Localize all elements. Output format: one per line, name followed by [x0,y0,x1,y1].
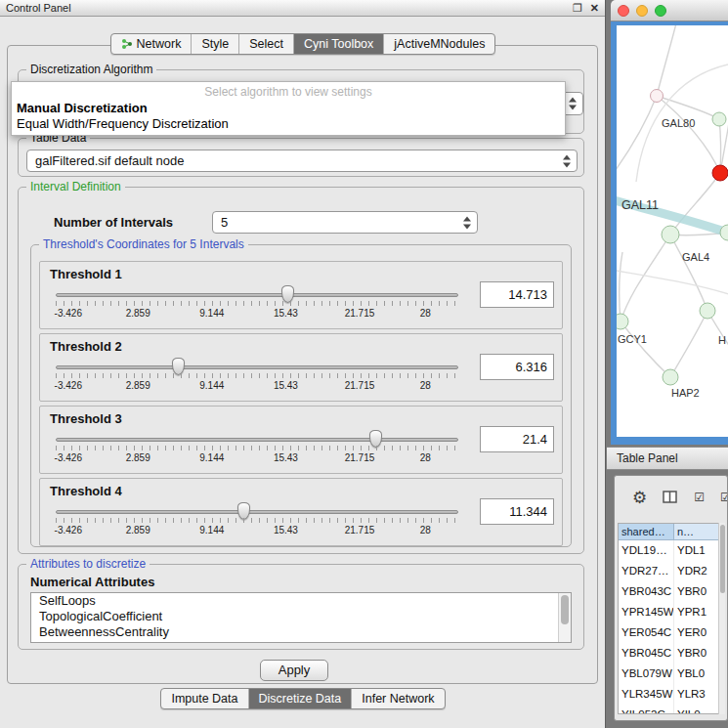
network-node-selected[interactable] [712,165,728,181]
scrollbar-thumb[interactable] [720,525,725,593]
network-node[interactable] [662,226,679,243]
numerical-attributes-list: SelfLoops TopologicalCoefficient Between… [30,592,572,643]
tab-label: Infer Network [362,692,434,706]
table-row[interactable]: YBR043CYBR0 [619,581,718,602]
table-panel-header[interactable]: Table Panel [607,447,728,470]
tab-label: Network [137,37,182,51]
network-node[interactable] [663,369,678,385]
scale-label: 9.144 [199,452,224,463]
table-scrollbar[interactable] [718,523,725,714]
threshold-3-value-field[interactable]: 21.4 [480,426,554,452]
column-selector-icon[interactable] [663,491,678,504]
tab-style[interactable]: Style [192,34,239,54]
node-label: GAL11 [621,198,659,212]
cell: YDL19… [619,540,674,561]
scale-label: 2.859 [126,525,150,535]
apply-button[interactable]: Apply [260,660,328,681]
table-row[interactable]: YBR045CYBR0 [619,643,718,664]
list-scrollbar[interactable] [558,593,571,642]
tab-discretize-data[interactable]: Discretize Data [249,689,353,708]
table-data-group: Table Data galFiltered.sif default node [18,138,584,177]
scale-label: 9.144 [199,380,224,391]
attributes-group-title: Attributes to discretize [26,557,150,571]
slider-track[interactable] [56,293,458,297]
table-row[interactable]: YLR345WYLR3 [619,684,718,705]
slider-track[interactable] [56,365,458,369]
table-row[interactable]: YPR145WYPR1 [619,602,718,622]
dropdown-option-equal-width[interactable]: Equal Width/Frequency Discretization [12,115,565,131]
select-all-checkbox-icon[interactable]: ☑ [694,492,705,503]
scale-label: 21.715 [345,452,375,463]
control-panel-window: Control Panel ❐ ✕ Discretization Algorit… [0,0,606,728]
network-node[interactable] [700,303,715,319]
threshold-4-value-field[interactable]: 11.344 [480,498,554,525]
slider-track[interactable] [56,510,458,514]
tab-select[interactable]: Select [239,34,294,54]
tab-infer-network[interactable]: Infer Network [352,689,444,708]
scale-label: -3.426 [55,525,82,535]
network-node[interactable] [712,112,726,126]
column-header-shared-name[interactable]: shared… [619,524,674,540]
node-label: GCY1 [618,333,647,345]
cell: YBR045C [619,643,674,664]
network-node-labels: GAL80 GAL11 GAL4 GCY1 HAP2 H [618,117,726,399]
slider-scale: -3.426 2.859 9.144 15.43 21.715 28 [52,452,462,466]
cell: YLR3 [674,684,718,705]
slider-ticks [56,373,458,378]
list-item[interactable]: SelfLoops [31,593,571,609]
control-panel-titlebar: Control Panel ❐ ✕ [0,0,605,17]
gear-icon[interactable]: ⚙ [632,490,647,506]
threshold-label: Threshold 3 [50,411,122,426]
table-row[interactable]: YIL052CYIL0 [619,705,718,714]
scrollbar-thumb[interactable] [561,595,569,624]
scale-label: 21.715 [345,308,375,319]
cell: YIL052C [619,705,674,714]
list-item[interactable]: TopologicalCoefficient [31,609,571,624]
tab-impute-data[interactable]: Impute Data [161,689,248,708]
scale-label: -3.426 [55,308,82,319]
slider-track[interactable] [56,438,458,442]
network-node[interactable] [651,90,664,103]
float-window-icon[interactable]: ❐ [573,2,582,15]
table-row[interactable]: YBL079WYBL0 [619,664,718,684]
tab-network[interactable]: Network [111,34,193,54]
threshold-2-box: Threshold 2 -3.426 2.859 9.144 15.43 21.… [39,333,563,402]
table-row[interactable]: YDR27…YDR2 [619,561,718,581]
number-of-intervals-combo[interactable]: 5 [212,211,478,234]
combo-stepper-icon [562,154,572,167]
tab-jactivemnodules[interactable]: jActiveMNodules [384,34,494,54]
column-header-name[interactable]: n… [674,524,718,540]
network-window-titlebar [611,0,728,21]
threshold-3-box: Threshold 3 -3.426 2.859 9.144 15.43 21.… [39,406,563,474]
attributes-group: Attributes to discretize Numerical Attri… [18,564,584,650]
tab-cyni-toolbox[interactable]: Cyni Toolbox [294,34,384,54]
network-canvas[interactable]: GAL80 GAL11 GAL4 GCY1 HAP2 H [617,25,728,437]
combo-stepper-icon [462,216,472,229]
table-row[interactable]: YER054CYER0 [619,622,718,643]
numerical-attributes-label: Numerical Attributes [30,575,154,589]
algorithm-group-title: Discretization Algorithm [26,63,156,76]
close-traffic-light[interactable] [618,5,629,17]
scale-label: 28 [420,525,431,535]
scale-label: -3.426 [55,452,82,463]
thresholds-group-title: Threshold's Coordinates for 5 Intervals [39,237,248,251]
table-row[interactable]: YDL19…YDL1 [619,540,718,561]
threshold-4-slider[interactable]: -3.426 2.859 9.144 15.43 21.715 28 [52,500,462,543]
threshold-1-slider[interactable]: -3.426 2.859 9.144 15.43 21.715 28 [52,283,462,326]
zoom-traffic-light[interactable] [655,5,666,17]
threshold-2-slider[interactable]: -3.426 2.859 9.144 15.43 21.715 28 [52,356,462,399]
select-none-checkbox-icon[interactable]: ☑ [720,492,728,503]
network-icon [121,38,133,50]
threshold-3-slider[interactable]: -3.426 2.859 9.144 15.43 21.715 28 [52,428,462,471]
table-header-row: shared… n… [619,524,718,540]
bottom-tab-segment: Impute Data Discretize Data Infer Networ… [160,688,445,709]
network-node[interactable] [617,314,628,329]
threshold-1-value-field[interactable]: 14.713 [480,281,554,308]
minimize-traffic-light[interactable] [636,5,648,17]
threshold-2-value-field[interactable]: 6.316 [480,354,554,380]
dropdown-option-manual[interactable]: Manual Discretization [12,99,565,115]
list-item[interactable]: BetweennessCentrality [31,624,571,640]
scale-label: 15.43 [274,380,298,391]
table-data-combo[interactable]: galFiltered.sif default node [26,150,578,172]
close-window-icon[interactable]: ✕ [590,2,599,15]
